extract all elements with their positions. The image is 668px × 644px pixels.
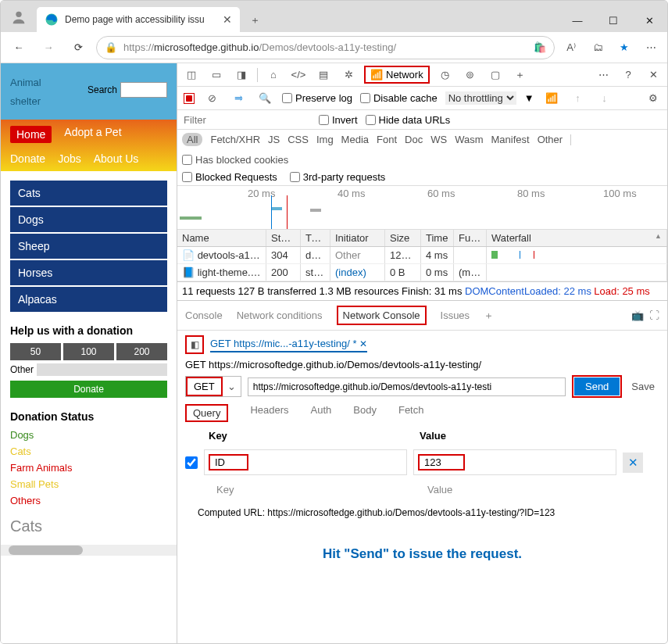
sidebar-cats[interactable]: Cats <box>10 181 167 206</box>
send-button[interactable]: Send <box>572 375 622 398</box>
refresh-icon[interactable]: ⟳ <box>66 36 90 59</box>
nc-url-input[interactable] <box>248 377 566 396</box>
maximize-icon[interactable]: ☐ <box>595 9 631 32</box>
tab-query[interactable]: Query <box>185 404 228 422</box>
disable-cache[interactable]: Disable cache <box>360 92 438 104</box>
filter-js[interactable]: JS <box>268 134 280 145</box>
shopping-icon[interactable]: 🛍️ <box>534 41 546 53</box>
url-box[interactable]: 🔒 https://microsoftedge.github.io/Demos/… <box>96 36 555 59</box>
ds-small[interactable]: Small Pets <box>10 478 167 490</box>
delete-param-icon[interactable]: ✕ <box>623 453 643 473</box>
table-row[interactable]: 📄 devtools-a11y-testi...304doc...Other12… <box>177 247 667 264</box>
filter-other[interactable]: Other <box>538 134 563 145</box>
filter-media[interactable]: Media <box>341 134 369 145</box>
table-row[interactable]: 📘 light-theme.css200style...(index)0 B0 … <box>177 264 667 281</box>
close-window-icon[interactable]: ✕ <box>631 9 667 32</box>
help-icon[interactable]: ? <box>619 66 638 84</box>
sidebar-dogs[interactable]: Dogs <box>10 207 167 232</box>
donate-50[interactable]: 50 <box>10 343 61 360</box>
drawer-console[interactable]: Console <box>185 309 223 321</box>
filter-fetch[interactable]: Fetch/XHR <box>210 134 260 145</box>
back-icon[interactable]: ← <box>7 36 30 59</box>
favorite-icon[interactable]: ★ <box>614 38 634 58</box>
nav-donate[interactable]: Donate <box>10 152 45 165</box>
read-aloud-icon[interactable]: A⁾ <box>561 38 581 58</box>
ds-cats[interactable]: Cats <box>10 445 167 457</box>
filter-css[interactable]: CSS <box>288 134 309 145</box>
profile-icon[interactable] <box>4 2 34 32</box>
preserve-log[interactable]: Preserve log <box>282 92 352 104</box>
nav-home[interactable]: Home <box>10 126 52 143</box>
hide-urls-cb[interactable]: Hide data URLs <box>366 114 451 126</box>
filter-doc[interactable]: Doc <box>405 134 423 145</box>
settings-icon[interactable]: ⋯ <box>594 66 613 84</box>
h-scrollbar[interactable] <box>1 545 177 556</box>
filter-input[interactable] <box>182 113 311 127</box>
performance-icon[interactable]: ◷ <box>436 66 455 84</box>
sidebar-horses[interactable]: Horses <box>10 260 167 285</box>
console-icon[interactable]: ▤ <box>314 66 333 84</box>
donate-button[interactable]: Donate <box>10 381 167 398</box>
param-key[interactable]: ID <box>209 454 248 470</box>
drawer-netcond[interactable]: Network conditions <box>237 309 323 321</box>
tab-fetch[interactable]: Fetch <box>398 404 424 422</box>
wifi-icon[interactable]: 📶 <box>542 90 561 107</box>
nav-jobs[interactable]: Jobs <box>58 152 81 165</box>
inspect-icon[interactable]: ◫ <box>182 66 201 84</box>
drawer-netconsole[interactable]: Network Console <box>337 306 427 325</box>
filter-all[interactable]: All <box>182 133 202 146</box>
ds-others[interactable]: Others <box>10 495 167 506</box>
param-value[interactable]: 123 <box>418 454 465 470</box>
drawer-issues[interactable]: Issues <box>441 309 470 321</box>
collections-icon[interactable]: 🗂 <box>588 38 608 58</box>
blocked-cookies-cb[interactable]: Has blocked cookies <box>182 154 288 166</box>
other-input[interactable] <box>37 363 167 376</box>
donate-200[interactable]: 200 <box>116 343 167 360</box>
dock-icon[interactable]: ◨ <box>232 66 251 84</box>
lock-icon[interactable]: 🔒 <box>105 41 117 53</box>
browser-tab[interactable]: Demo page with accessibility issu ✕ <box>37 7 240 32</box>
add-tab-icon[interactable]: ＋ <box>511 66 530 84</box>
add-drawer-icon[interactable]: ＋ <box>484 309 494 323</box>
nc-request-tab[interactable]: GET https://mic...-a11y-testing/ * ✕ <box>210 338 367 352</box>
timing-overview[interactable]: 20 ms 40 ms 60 ms 80 ms 100 ms <box>177 186 667 230</box>
tab-headers[interactable]: Headers <box>250 404 288 422</box>
download-icon[interactable]: ↓ <box>595 90 614 107</box>
tab-auth[interactable]: Auth <box>311 404 332 422</box>
search-input[interactable] <box>120 82 167 98</box>
nav-adopt[interactable]: Adopt a Pet <box>64 126 121 143</box>
more-icon[interactable]: ⋯ <box>641 38 661 58</box>
close-tab-icon[interactable]: ✕ <box>223 13 232 26</box>
ds-farm[interactable]: Farm Animals <box>10 462 167 474</box>
nav-about[interactable]: About Us <box>94 152 139 165</box>
sidebar-alpacas[interactable]: Alpacas <box>10 287 167 312</box>
filter-icon[interactable]: ⥤ <box>229 90 248 107</box>
filter-manifest[interactable]: Manifest <box>491 134 529 145</box>
third-party-cb[interactable]: 3rd-party requests <box>290 171 386 183</box>
record-icon[interactable] <box>184 93 195 104</box>
device-icon[interactable]: ▭ <box>207 66 226 84</box>
blocked-req-cb[interactable]: Blocked Requests <box>182 171 277 183</box>
network-tab[interactable]: 📶Network <box>364 66 430 84</box>
method-select[interactable]: GET⌄ <box>185 376 241 397</box>
throttle-select[interactable]: No throttling <box>445 91 516 105</box>
search-net-icon[interactable]: 🔍 <box>255 90 274 107</box>
tab-body[interactable]: Body <box>353 404 377 422</box>
memory-icon[interactable]: ⊚ <box>461 66 480 84</box>
app-icon[interactable]: ▢ <box>486 66 505 84</box>
donate-100[interactable]: 100 <box>63 343 114 360</box>
new-tab-icon[interactable]: ＋ <box>243 9 266 32</box>
minimize-icon[interactable]: — <box>559 9 595 32</box>
filter-ws[interactable]: WS <box>430 134 447 145</box>
elements-icon[interactable]: </> <box>289 66 308 84</box>
filter-font[interactable]: Font <box>377 134 397 145</box>
upload-icon[interactable]: ↑ <box>569 90 588 107</box>
invert-cb[interactable]: Invert <box>319 114 358 126</box>
param-enabled[interactable] <box>185 456 198 469</box>
settings-gear-icon[interactable]: ⚙ <box>644 90 663 107</box>
welcome-icon[interactable]: ⌂ <box>264 66 283 84</box>
close-devtools-icon[interactable]: ✕ <box>644 66 663 84</box>
sources-icon[interactable]: ✲ <box>339 66 358 84</box>
ds-dogs[interactable]: Dogs <box>10 429 167 441</box>
save-button[interactable]: Save <box>627 381 659 392</box>
